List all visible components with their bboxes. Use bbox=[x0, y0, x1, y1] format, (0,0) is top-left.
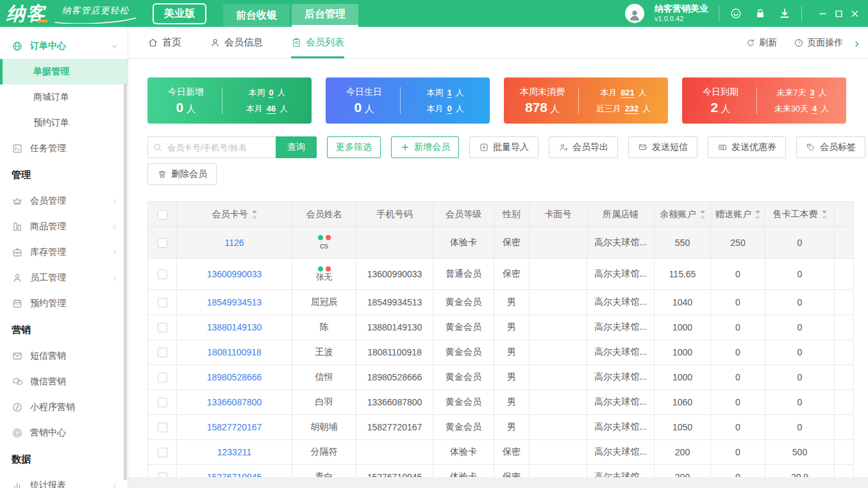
search-button[interactable]: 查询 bbox=[276, 136, 317, 158]
member-card-link[interactable]: 13600990033 bbox=[207, 269, 262, 279]
batch-import-button[interactable]: 批量导入 bbox=[469, 136, 538, 158]
minimize-button[interactable] bbox=[817, 8, 828, 19]
button-label: 新增会员 bbox=[414, 142, 450, 153]
coupon-icon bbox=[717, 142, 728, 152]
sort-icon[interactable] bbox=[252, 211, 257, 218]
search-input[interactable] bbox=[147, 136, 276, 158]
more-actions-chevron[interactable]: › bbox=[855, 37, 859, 49]
column-header-card[interactable]: 会员卡号 bbox=[177, 202, 292, 227]
sidebar-item-label: 预约订单 bbox=[33, 117, 69, 129]
select-all-checkbox[interactable] bbox=[158, 210, 167, 220]
section-label: 管理 bbox=[12, 169, 31, 181]
stat-line-value[interactable]: 0 bbox=[447, 104, 451, 113]
row-checkbox[interactable] bbox=[158, 423, 167, 432]
stat-line-value[interactable]: 4 bbox=[812, 104, 817, 113]
sidebar-item-booking-manage[interactable]: 预约管理 bbox=[0, 291, 128, 316]
cell-phone: 18081100918 bbox=[356, 340, 433, 365]
row-checkbox[interactable] bbox=[158, 238, 167, 248]
sidebar-menu: 订单中心单据管理商城订单预约订单任务管理管理会员管理商品管理库存管理员工管理预约… bbox=[0, 33, 128, 488]
sort-icon[interactable] bbox=[822, 211, 827, 218]
sidebar-item-member-manage[interactable]: 会员管理 bbox=[0, 188, 128, 214]
sidebar-item-stats-report[interactable]: 统计报表 bbox=[0, 473, 128, 488]
row-checkbox[interactable] bbox=[158, 270, 167, 279]
sidebar-item-inventory-manage[interactable]: 库存管理 bbox=[0, 240, 128, 265]
page-actions-button[interactable]: 页面操作 bbox=[794, 37, 843, 49]
member-card-link[interactable]: 13366087800 bbox=[207, 397, 262, 407]
sidebar-item-marketing-center[interactable]: 营销中心 bbox=[0, 420, 128, 446]
member-card-link[interactable]: 1233211 bbox=[217, 447, 251, 457]
stat-line-value[interactable]: 821 bbox=[621, 88, 635, 97]
sidebar-item-miniapp-marketing[interactable]: 小程序营销 bbox=[0, 394, 128, 420]
stat-line: 本周1人 bbox=[426, 87, 463, 99]
send-sms-button[interactable]: 发送短信 bbox=[628, 136, 697, 158]
refresh-button[interactable]: 刷新 bbox=[746, 37, 777, 49]
delete-member-button[interactable]: 删除会员 bbox=[147, 163, 217, 185]
edition-badge[interactable]: 美业版 bbox=[153, 3, 206, 24]
row-checkbox[interactable] bbox=[158, 323, 167, 332]
row-checkbox[interactable] bbox=[158, 448, 167, 457]
download-icon[interactable] bbox=[778, 7, 791, 20]
tagline-wrap: 纳客管店更轻松 bbox=[54, 5, 137, 24]
column-header-gift[interactable]: 赠送账户 bbox=[711, 202, 765, 227]
column-header-balance[interactable]: 余额账户 bbox=[655, 202, 711, 227]
cell-face bbox=[530, 440, 587, 465]
stat-line-value[interactable]: 232 bbox=[625, 104, 639, 113]
row-checkbox[interactable] bbox=[158, 298, 167, 307]
sidebar-item-order-center[interactable]: 订单中心 bbox=[0, 33, 128, 59]
sidebar-item-label: 营销中心 bbox=[30, 427, 66, 439]
member-tag-button[interactable]: 会员标签 bbox=[796, 136, 865, 158]
button-label: 更多筛选 bbox=[336, 142, 372, 153]
sidebar-item-wechat-marketing[interactable]: 微信营销 bbox=[0, 369, 128, 394]
sidebar-item-booking-orders[interactable]: 预约订单 bbox=[0, 110, 128, 136]
stat-divider bbox=[222, 87, 222, 114]
tab-home[interactable]: 首页 bbox=[147, 27, 181, 58]
cell-card: 18549934513 bbox=[177, 290, 292, 315]
stat-line-value[interactable]: 46 bbox=[267, 104, 276, 113]
member-card-link[interactable]: 15827720167 bbox=[207, 422, 262, 432]
button-label: 会员导出 bbox=[572, 142, 608, 153]
member-card-link[interactable]: 18081100918 bbox=[207, 347, 262, 357]
member-card-link[interactable]: 13880149130 bbox=[207, 322, 262, 332]
sidebar-scrollbar-thumb[interactable] bbox=[124, 83, 127, 480]
close-button[interactable] bbox=[849, 8, 860, 19]
stat-line-value[interactable]: 1 bbox=[447, 88, 451, 97]
row-checkbox[interactable] bbox=[158, 473, 167, 477]
sidebar-item-sms-marketing[interactable]: 短信营销 bbox=[0, 343, 128, 369]
cell-check bbox=[148, 340, 177, 365]
member-card-link[interactable]: 18549934513 bbox=[207, 297, 262, 307]
sidebar-item-task-manage[interactable]: 任务管理 bbox=[0, 136, 128, 161]
calendar-icon bbox=[12, 298, 23, 309]
row-checkbox[interactable] bbox=[158, 348, 167, 357]
stat-line-value[interactable]: 0 bbox=[269, 88, 273, 97]
sidebar-item-product-manage[interactable]: 商品管理 bbox=[0, 214, 128, 240]
sidebar-item-staff-manage[interactable]: 员工管理 bbox=[0, 265, 128, 291]
tab-member-info[interactable]: 会员信息 bbox=[210, 27, 263, 58]
send-coupon-button[interactable]: 发送优惠券 bbox=[708, 136, 786, 158]
member-card-link[interactable]: 15276710945 bbox=[207, 472, 262, 477]
lock-icon[interactable] bbox=[754, 7, 767, 20]
tab-member-list[interactable]: 会员列表 bbox=[291, 27, 344, 58]
page-actions: 刷新页面操作 › bbox=[746, 27, 859, 58]
more-filter-button[interactable]: 更多筛选 bbox=[327, 136, 381, 158]
sidebar-item-order-docs[interactable]: 单据管理 bbox=[0, 59, 128, 85]
sidebar-item-mall-orders[interactable]: 商城订单 bbox=[0, 85, 128, 110]
column-header-fee[interactable]: 售卡工本费 bbox=[765, 202, 835, 227]
stat-left: 本周未消费878 人 bbox=[513, 86, 572, 115]
column-header-check[interactable] bbox=[148, 202, 177, 227]
sort-icon[interactable] bbox=[700, 211, 705, 218]
service-icon[interactable] bbox=[730, 7, 742, 20]
cell-fee: 0 bbox=[765, 290, 835, 315]
titlebar-tab-backend-manage[interactable]: 后台管理 bbox=[292, 4, 358, 27]
sort-icon[interactable] bbox=[755, 211, 760, 218]
user-avatar[interactable] bbox=[625, 4, 644, 23]
titlebar-tab-front-cashier[interactable]: 前台收银 bbox=[223, 4, 290, 27]
member-export-button[interactable]: 会员导出 bbox=[549, 136, 618, 158]
add-member-button[interactable]: 新增会员 bbox=[391, 136, 459, 158]
cell-filler bbox=[835, 290, 854, 315]
member-card-link[interactable]: 18980528666 bbox=[207, 372, 262, 382]
row-checkbox[interactable] bbox=[158, 398, 167, 407]
member-card-link[interactable]: 1126 bbox=[224, 238, 244, 248]
stat-line-value[interactable]: 3 bbox=[810, 88, 815, 97]
maximize-button[interactable] bbox=[833, 8, 844, 19]
row-checkbox[interactable] bbox=[158, 373, 167, 382]
